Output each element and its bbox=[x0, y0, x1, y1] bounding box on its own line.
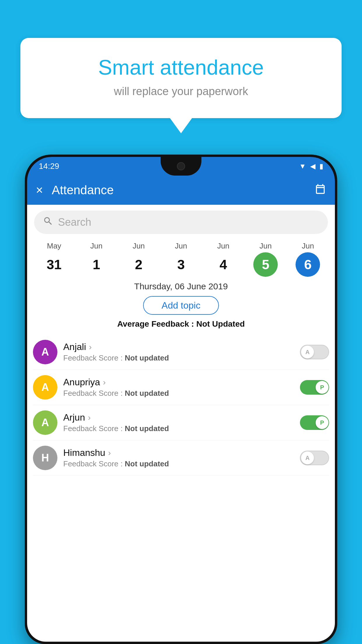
search-bar[interactable]: Search bbox=[34, 211, 328, 234]
cal-day-6[interactable]: Jun6 bbox=[290, 242, 325, 277]
speech-bubble-title: Smart attendance bbox=[44, 55, 318, 79]
phone-frame: 14:29 ▼ ◀ ▮ × Attendance bbox=[25, 155, 337, 644]
chevron-icon: › bbox=[103, 378, 106, 387]
selected-date: Thursday, 06 June 2019 bbox=[27, 281, 335, 291]
search-placeholder: Search bbox=[58, 216, 91, 228]
student-item-2[interactable]: AArjun ›Feedback Score : Not updatedP bbox=[33, 405, 329, 440]
toggle-knob-1: P bbox=[316, 381, 328, 394]
search-icon bbox=[43, 216, 53, 229]
toggle-knob-2: P bbox=[316, 416, 328, 429]
avg-feedback: Average Feedback : Not Updated bbox=[27, 319, 335, 329]
cal-num-3[interactable]: 3 bbox=[169, 252, 193, 277]
student-score-0: Feedback Score : Not updated bbox=[63, 354, 300, 363]
camera bbox=[177, 162, 185, 170]
cal-month-1: Jun bbox=[90, 242, 103, 251]
student-info-1: Anupriya ›Feedback Score : Not updated bbox=[63, 377, 300, 398]
cal-month-4: Jun bbox=[217, 242, 229, 251]
avg-feedback-label: Average Feedback : bbox=[117, 319, 196, 328]
toggle-knob-3: A bbox=[301, 452, 314, 464]
speech-bubble: Smart attendance will replace your paper… bbox=[20, 38, 342, 118]
toggle-knob-0: A bbox=[301, 346, 314, 358]
student-score-3: Feedback Score : Not updated bbox=[63, 459, 300, 468]
cal-num-2[interactable]: 2 bbox=[126, 252, 151, 277]
student-list: AAnjali ›Feedback Score : Not updatedAAA… bbox=[27, 335, 335, 476]
cal-month-6: Jun bbox=[302, 242, 314, 251]
battery-icon: ▮ bbox=[319, 162, 323, 170]
cal-day-3[interactable]: Jun3 bbox=[164, 242, 198, 277]
app-bar-title: Attendance bbox=[52, 183, 314, 197]
speech-bubble-subtitle: will replace your paperwork bbox=[44, 85, 318, 98]
cal-day-4[interactable]: Jun4 bbox=[206, 242, 241, 277]
status-icons: ▼ ◀ ▮ bbox=[299, 162, 323, 170]
avg-feedback-value: Not Updated bbox=[196, 319, 245, 328]
student-avatar-3: H bbox=[33, 446, 57, 470]
cal-month-3: Jun bbox=[175, 242, 187, 251]
chevron-icon: › bbox=[89, 342, 92, 352]
student-score-2: Feedback Score : Not updated bbox=[63, 424, 300, 433]
student-name-3: Himanshu › bbox=[63, 447, 300, 458]
toggle-wrap-3[interactable]: A bbox=[300, 451, 329, 465]
cal-month-5: Jun bbox=[259, 242, 272, 251]
student-item-3[interactable]: HHimanshu ›Feedback Score : Not updatedA bbox=[33, 440, 329, 476]
cal-num-6[interactable]: 6 bbox=[296, 252, 320, 277]
cal-day-5[interactable]: Jun5 bbox=[248, 242, 283, 277]
calendar-icon[interactable] bbox=[314, 183, 326, 197]
cal-day-1[interactable]: Jun1 bbox=[79, 242, 114, 277]
toggle-wrap-1[interactable]: P bbox=[300, 380, 329, 395]
student-avatar-2: A bbox=[33, 410, 57, 435]
add-topic-button[interactable]: Add topic bbox=[143, 296, 219, 315]
toggle-wrap-0[interactable]: A bbox=[300, 345, 329, 359]
student-info-3: Himanshu ›Feedback Score : Not updated bbox=[63, 447, 300, 468]
calendar-strip: May31Jun1Jun2Jun3Jun4Jun5Jun6 bbox=[27, 237, 335, 279]
student-name-2: Arjun › bbox=[63, 412, 300, 423]
student-info-0: Anjali ›Feedback Score : Not updated bbox=[63, 342, 300, 363]
cal-month-0: May bbox=[47, 242, 61, 251]
status-bar: 14:29 ▼ ◀ ▮ bbox=[27, 157, 335, 176]
student-score-1: Feedback Score : Not updated bbox=[63, 389, 300, 398]
app-bar: × Attendance bbox=[27, 176, 335, 205]
student-info-2: Arjun ›Feedback Score : Not updated bbox=[63, 412, 300, 433]
cal-num-4[interactable]: 4 bbox=[211, 252, 236, 277]
student-item-0[interactable]: AAnjali ›Feedback Score : Not updatedA bbox=[33, 335, 329, 370]
screen-content: Search May31Jun1Jun2Jun3Jun4Jun5Jun6 Thu… bbox=[27, 205, 335, 642]
toggle-0[interactable]: A bbox=[300, 345, 329, 359]
speech-bubble-container: Smart attendance will replace your paper… bbox=[20, 38, 342, 118]
status-time: 14:29 bbox=[39, 162, 59, 171]
close-button[interactable]: × bbox=[36, 183, 43, 197]
toggle-wrap-2[interactable]: P bbox=[300, 415, 329, 430]
signal-icon: ◀ bbox=[310, 162, 315, 170]
toggle-3[interactable]: A bbox=[300, 451, 329, 465]
toggle-2[interactable]: P bbox=[300, 415, 329, 430]
student-item-1[interactable]: AAnupriya ›Feedback Score : Not updatedP bbox=[33, 370, 329, 405]
student-name-1: Anupriya › bbox=[63, 377, 300, 388]
cal-num-0[interactable]: 31 bbox=[42, 252, 66, 277]
cal-num-5[interactable]: 5 bbox=[253, 252, 278, 277]
cal-day-2[interactable]: Jun2 bbox=[121, 242, 156, 277]
cal-num-1[interactable]: 1 bbox=[84, 252, 109, 277]
student-name-0: Anjali › bbox=[63, 342, 300, 352]
toggle-1[interactable]: P bbox=[300, 380, 329, 395]
chevron-icon: › bbox=[108, 448, 111, 458]
cal-month-2: Jun bbox=[133, 242, 145, 251]
student-avatar-0: A bbox=[33, 340, 57, 364]
wifi-icon: ▼ bbox=[299, 162, 306, 170]
chevron-icon: › bbox=[88, 413, 91, 422]
student-avatar-1: A bbox=[33, 375, 57, 400]
cal-day-0[interactable]: May31 bbox=[37, 242, 72, 277]
phone-inner: 14:29 ▼ ◀ ▮ × Attendance bbox=[27, 157, 335, 642]
notch bbox=[161, 157, 201, 176]
